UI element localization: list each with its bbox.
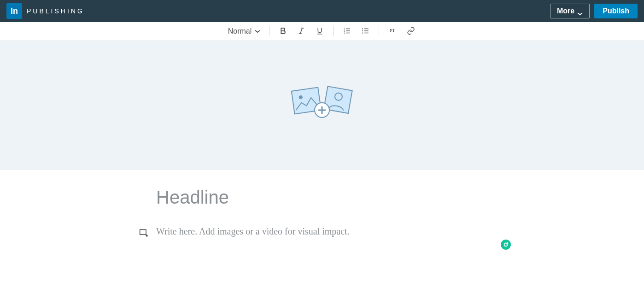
- linkedin-logo-icon[interactable]: in: [6, 3, 22, 19]
- publish-button[interactable]: Publish: [594, 4, 638, 18]
- unordered-list-icon: [361, 27, 369, 36]
- more-label: More: [557, 7, 574, 15]
- insert-media-icon: [139, 232, 148, 239]
- format-group: [278, 26, 325, 36]
- headline-input[interactable]: [156, 187, 488, 208]
- more-button[interactable]: More: [550, 4, 590, 18]
- cover-image-uploader[interactable]: [0, 41, 644, 170]
- svg-rect-23: [140, 229, 146, 235]
- editor-toolbar: Normal 123: [0, 22, 644, 41]
- brand-label: PUBLISHING: [27, 7, 84, 15]
- blockquote-button[interactable]: [387, 26, 398, 36]
- bold-icon: [279, 27, 287, 36]
- app-header: in PUBLISHING More Publish: [0, 0, 644, 22]
- svg-point-13: [362, 28, 363, 29]
- header-right: More Publish: [550, 4, 638, 18]
- svg-point-15: [362, 32, 363, 33]
- link-icon: [407, 27, 415, 36]
- toolbar-separator: [379, 26, 379, 36]
- publish-label: Publish: [603, 7, 629, 15]
- ordered-list-icon: 123: [343, 27, 351, 36]
- list-group: 123: [342, 26, 370, 36]
- chevron-down-icon: [254, 27, 261, 35]
- bold-button[interactable]: [278, 26, 288, 36]
- logo-glyph: in: [11, 6, 18, 16]
- ordered-list-button[interactable]: 123: [342, 26, 352, 36]
- paragraph-style-label: Normal: [228, 27, 252, 35]
- underline-button[interactable]: [315, 26, 325, 36]
- quote-icon: [388, 27, 397, 36]
- underline-icon: [316, 27, 324, 36]
- insert-media-button[interactable]: [139, 228, 149, 238]
- svg-text:3: 3: [344, 31, 345, 34]
- body-row: [156, 226, 488, 238]
- chevron-down-icon: [577, 9, 583, 13]
- toolbar-separator: [269, 26, 269, 36]
- article-editor: [147, 170, 497, 257]
- grammarly-badge-icon[interactable]: [501, 240, 511, 250]
- unordered-list-button[interactable]: [360, 26, 370, 36]
- add-cover-image-icon: [285, 83, 359, 127]
- svg-line-2: [300, 28, 303, 34]
- insert-group: [387, 26, 416, 36]
- body-input[interactable]: [156, 226, 488, 237]
- italic-icon: [297, 27, 305, 36]
- italic-button[interactable]: [296, 26, 306, 36]
- svg-point-14: [362, 30, 363, 31]
- link-button[interactable]: [406, 26, 416, 36]
- paragraph-style-dropdown[interactable]: Normal: [228, 27, 261, 35]
- header-left: in PUBLISHING: [6, 3, 84, 19]
- toolbar-separator: [333, 26, 334, 36]
